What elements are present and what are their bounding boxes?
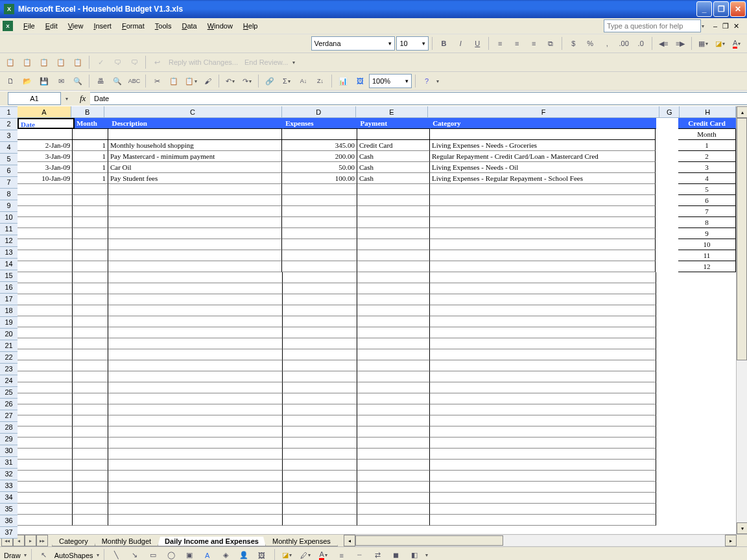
cell-C19[interactable]	[108, 316, 283, 327]
undo-button[interactable]: ↶▾	[222, 73, 238, 89]
cell-F17[interactable]	[430, 294, 656, 305]
row-header[interactable]: 12	[0, 235, 18, 247]
cell-H12[interactable]: 10	[678, 239, 736, 250]
cell-A33[interactable]	[18, 471, 73, 482]
cell-G17[interactable]	[656, 294, 679, 305]
close-button[interactable]: ✕	[730, 1, 746, 17]
save-button[interactable]: 💾	[36, 73, 52, 89]
cell-D12[interactable]	[282, 239, 357, 250]
cell-F1[interactable]: Category	[431, 118, 656, 129]
cell-H2[interactable]: Month	[678, 129, 736, 140]
drawing-button[interactable]: 🖼	[352, 73, 368, 89]
row-header[interactable]: 19	[0, 317, 18, 329]
cell-B12[interactable]	[73, 239, 108, 250]
cell-F25[interactable]	[430, 382, 656, 393]
cell-F13[interactable]	[430, 250, 656, 261]
menu-help[interactable]: Help	[238, 20, 263, 32]
row-header[interactable]: 11	[0, 224, 18, 235]
cell-B27[interactable]	[73, 404, 108, 415]
col-header-F[interactable]: F	[428, 106, 660, 118]
cell-A32[interactable]	[18, 460, 73, 471]
align-center-button[interactable]: ≡	[509, 36, 525, 51]
row-header[interactable]: 26	[0, 399, 18, 410]
cell-A18[interactable]	[18, 305, 73, 316]
cell-D21[interactable]	[283, 338, 358, 349]
cell-D31[interactable]	[283, 449, 358, 460]
cell-D34[interactable]	[283, 482, 358, 493]
cell-B29[interactable]	[73, 426, 108, 438]
align-right-button[interactable]: ≡	[526, 36, 541, 51]
cell-C4[interactable]: Pay Mastercard - minimum payment	[108, 151, 282, 162]
cell-A1[interactable]: Date	[18, 118, 75, 129]
menu-edit[interactable]: Edit	[40, 20, 63, 32]
cell-E24[interactable]	[357, 371, 430, 382]
sheet-tab-monthly-budget[interactable]: Monthly Budget	[95, 537, 158, 546]
cell-E25[interactable]	[357, 382, 430, 393]
cell-E6[interactable]: Cash	[357, 173, 430, 184]
row-header[interactable]: 18	[0, 305, 18, 317]
cell-B24[interactable]	[73, 371, 108, 382]
menu-view[interactable]: View	[63, 20, 89, 32]
cell-H7[interactable]: 5	[678, 184, 736, 195]
cell-C11[interactable]	[108, 228, 282, 239]
cell-A22[interactable]	[18, 349, 73, 360]
redo-button[interactable]: ↷▾	[239, 73, 255, 89]
shadow-button[interactable]: ◼	[388, 548, 404, 561]
row-header[interactable]: 37	[0, 527, 18, 539]
row-header[interactable]: 25	[0, 387, 18, 399]
cell-E31[interactable]	[357, 449, 430, 460]
cell-B30[interactable]	[73, 438, 108, 449]
cell-F23[interactable]	[430, 360, 656, 371]
cell-D7[interactable]	[282, 184, 357, 195]
cell-F32[interactable]	[430, 460, 656, 471]
row-header[interactable]: 6	[0, 165, 18, 177]
cell-H4[interactable]: 2	[678, 151, 736, 162]
cell-D22[interactable]	[283, 349, 358, 360]
line-button[interactable]: ╲	[109, 548, 124, 561]
cell-F35[interactable]	[430, 493, 656, 504]
cell-C31[interactable]	[108, 449, 283, 460]
cell-H14[interactable]: 12	[678, 261, 736, 272]
cell-G36[interactable]	[656, 504, 679, 515]
cell-E36[interactable]	[357, 504, 430, 515]
cell-B31[interactable]	[73, 449, 108, 460]
cell-B13[interactable]	[73, 250, 108, 261]
col-header-G[interactable]: G	[659, 106, 680, 118]
col-header-E[interactable]: E	[356, 106, 428, 118]
cell-A14[interactable]	[18, 261, 73, 272]
cell-A8[interactable]	[18, 195, 73, 206]
hyperlink-button[interactable]: 🔗	[262, 73, 278, 89]
cell-D9[interactable]	[282, 206, 357, 217]
cell-H28[interactable]	[679, 415, 736, 426]
cell-C35[interactable]	[108, 493, 283, 504]
cell-B7[interactable]	[73, 184, 108, 195]
cell-G30[interactable]	[656, 438, 679, 449]
cell-E30[interactable]	[357, 438, 430, 449]
cell-H5[interactable]: 3	[678, 162, 736, 173]
scroll-right-button[interactable]: ▸	[725, 535, 737, 546]
font-color-draw-button[interactable]: A▾	[316, 548, 331, 561]
decrease-indent-button[interactable]: ◀≡	[656, 36, 671, 51]
cell-D25[interactable]	[283, 382, 358, 393]
cell-H13[interactable]: 11	[678, 250, 736, 261]
row-header[interactable]: 29	[0, 434, 18, 445]
sort-asc-button[interactable]: A↓	[296, 73, 311, 89]
cell-E34[interactable]	[357, 482, 430, 493]
row-header[interactable]: 7	[0, 177, 18, 189]
cell-C8[interactable]	[108, 195, 282, 206]
cell-A12[interactable]	[18, 239, 73, 250]
cell-D33[interactable]	[283, 471, 358, 482]
paste-button[interactable]: 📋▾	[183, 73, 198, 89]
cell-A29[interactable]	[18, 426, 73, 438]
cell-B11[interactable]	[73, 228, 108, 239]
menu-tools[interactable]: Tools	[150, 20, 177, 32]
cell-C32[interactable]	[108, 460, 283, 471]
cell-B1[interactable]: Month	[75, 118, 110, 129]
italic-button[interactable]: I	[453, 36, 468, 51]
cell-E17[interactable]	[357, 294, 430, 305]
cell-C3[interactable]: Monthly household shopping	[108, 140, 282, 151]
cell-A15[interactable]	[18, 272, 73, 283]
cell-B23[interactable]	[73, 360, 108, 371]
cell-D29[interactable]	[283, 426, 358, 438]
col-header-A[interactable]: A	[18, 106, 71, 118]
